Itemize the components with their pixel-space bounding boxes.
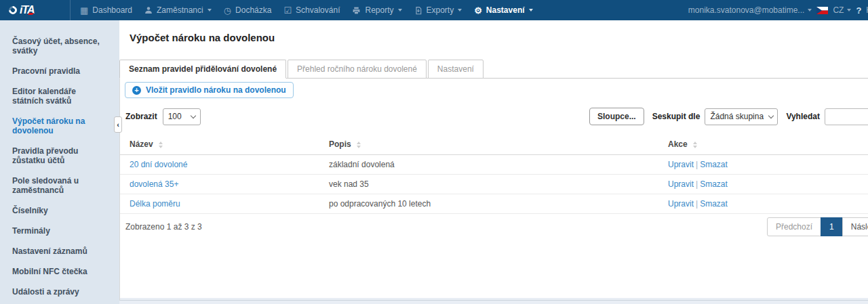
czech-flag-icon[interactable]: [816, 7, 828, 14]
edit-link[interactable]: Upravit: [668, 160, 694, 169]
previous-page-button[interactable]: Předchozí: [767, 217, 821, 236]
nav-item-nastaveni[interactable]: ⚙ Nastavení: [468, 0, 538, 20]
header-akce[interactable]: Akce: [663, 134, 868, 155]
sidebar-item-pravidla-prevodu[interactable]: Pravidla převodu zůstatku účtů: [0, 141, 119, 171]
page-length-value: 100: [168, 112, 182, 121]
language-selector[interactable]: CZ: [833, 5, 851, 15]
table-info: Zobrazeno 1 až 3 z 3: [125, 222, 202, 232]
sidebar-item-pracovni-pravidla[interactable]: Pracovní pravidla: [0, 61, 119, 81]
search-input[interactable]: [825, 108, 868, 125]
chevron-down-icon: [768, 112, 774, 118]
check-square-icon: ☑: [283, 6, 292, 15]
table-footer: Zobrazeno 1 až 3 z 3 Předchozí 1 Následu…: [120, 217, 868, 236]
current-page-button[interactable]: 1: [821, 217, 843, 236]
body-row: Časový účet, absence, svátky Pracovní pr…: [0, 20, 868, 304]
chevron-down-icon: [529, 9, 533, 12]
app-logo[interactable]: iTA: [0, 0, 71, 20]
table-header-row: Název Popis Akce: [120, 134, 868, 155]
insert-rule-button[interactable]: + Vložit pravidlo nároku na dovolenou: [125, 82, 294, 98]
controls-right: Sloupce... Seskupit dle Žádná skupina Vy…: [589, 108, 868, 125]
printer-icon: [352, 6, 361, 15]
separator: |: [696, 160, 698, 169]
nav-item-zamestnanci[interactable]: Zaměstnanci: [138, 0, 218, 20]
rule-description: základní dovolená: [323, 155, 663, 175]
user-email-label: monika.svatonova@mobatime...: [688, 5, 805, 15]
tab-content-panel: ‹ + Vložit pravidlo nároku na dovolenou …: [119, 79, 868, 301]
delete-link[interactable]: Smazat: [700, 179, 728, 189]
main-nav: ▦ Dashboard Zaměstnanci ◷ Docházka ☑ Sch…: [74, 0, 539, 20]
sidebar-item-nastaveni-zaznamu[interactable]: Nastavení záznamů: [0, 241, 119, 261]
chevron-down-icon: [398, 9, 402, 12]
top-navbar: iTA ▦ Dashboard Zaměstnanci ◷ Docházka ☑: [0, 0, 868, 20]
plus-circle-icon: +: [132, 86, 141, 95]
chevron-down-icon: [208, 9, 212, 12]
header-popis[interactable]: Popis: [323, 134, 663, 155]
export-icon: [414, 6, 422, 15]
tab-prehled-naroku[interactable]: Přehled ročního nároku dovolené: [288, 60, 427, 79]
settings-sidebar: Časový účet, absence, svátky Pracovní pr…: [0, 20, 119, 304]
table-controls: Zobrazit 100 Sloupce... Seskupit dle Žád…: [120, 108, 868, 125]
sidebar-item-casovy-ucet[interactable]: Časový účet, absence, svátky: [0, 31, 119, 61]
chevron-down-icon: [808, 9, 812, 12]
rules-table: Název Popis Akce: [120, 134, 868, 214]
rule-description: po odpracovaných 10 letech: [323, 194, 663, 214]
group-by-value: Žádná skupina: [710, 112, 764, 121]
search-label: Vyhledat: [786, 112, 820, 121]
table-row: dovolená 35+ vek nad 35 Upravit|Smazat: [120, 175, 868, 194]
rule-description: vek nad 35: [323, 175, 663, 194]
tab-bar: Seznam pravidel přidělování dovolené Pře…: [119, 60, 868, 79]
edit-link[interactable]: Upravit: [668, 199, 694, 209]
language-label: CZ: [833, 5, 844, 15]
page-length-select[interactable]: 100: [163, 108, 201, 125]
nav-item-dashboard[interactable]: ▦ Dashboard: [74, 0, 138, 20]
navbar-right: monika.svatonova@mobatime... CZ ? H: [688, 5, 868, 16]
help-icon[interactable]: ?: [856, 5, 861, 16]
logo-ring-icon: [7, 5, 19, 16]
sort-icon[interactable]: [357, 142, 361, 148]
nav-item-dochazka[interactable]: ◷ Docházka: [218, 0, 278, 20]
sidebar-item-terminaly[interactable]: Terminály: [0, 221, 119, 241]
nav-item-exporty[interactable]: Exporty: [408, 0, 469, 20]
chevron-down-icon: [458, 9, 462, 12]
sidebar-item-pole-sledovana[interactable]: Pole sledovaná u zaměstnanců: [0, 171, 119, 200]
next-page-button[interactable]: Následující: [842, 217, 868, 236]
gear-icon: ⚙: [474, 6, 482, 15]
sort-icon[interactable]: [693, 142, 697, 148]
tab-seznam-pravidel[interactable]: Seznam pravidel přidělování dovolené: [119, 60, 286, 79]
sidebar-item-udalosti-zpravy[interactable]: Události a zprávy: [0, 282, 119, 302]
rule-name-link[interactable]: Délka poměru: [130, 199, 180, 209]
main-area: Výpočet nároku na dovolenou Seznam pravi…: [119, 20, 868, 304]
nav-item-reporty[interactable]: Reporty: [346, 0, 408, 20]
delete-link[interactable]: Smazat: [700, 199, 728, 209]
header-nazev[interactable]: Název: [120, 134, 323, 155]
separator: |: [696, 199, 698, 209]
app-window: iTA ▦ Dashboard Zaměstnanci ◷ Docházka ☑: [0, 0, 868, 304]
clock-icon: ◷: [224, 6, 231, 15]
page-title: Výpočet nároku na dovolenou: [119, 20, 868, 43]
sidebar-item-editor-kalendare[interactable]: Editor kalendáře státních svátků: [0, 81, 119, 111]
sidebar-item-vypocet-naroku[interactable]: Výpočet nároku na dovolenou: [0, 111, 119, 141]
rule-name-link[interactable]: 20 dní dovoloné: [130, 160, 187, 169]
chevron-down-icon: [190, 112, 195, 118]
logo-red-accent: [28, 13, 34, 15]
sort-icon[interactable]: [159, 142, 163, 148]
table-row: 20 dní dovoloné základní dovolená Upravi…: [120, 155, 868, 175]
sidebar-item-mobilni-nfc[interactable]: Mobilní NFC čtečka: [0, 261, 119, 282]
rule-name-link[interactable]: dovolená 35+: [130, 179, 178, 189]
user-menu[interactable]: monika.svatonova@mobatime...: [688, 5, 812, 15]
separator: |: [696, 179, 698, 189]
content-panel: Výpočet nároku na dovolenou Seznam pravi…: [119, 20, 868, 298]
group-by-select[interactable]: Žádná skupina: [705, 108, 778, 125]
edit-link[interactable]: Upravit: [668, 179, 694, 189]
dashboard-grid-icon: ▦: [80, 6, 88, 15]
tab-nastaveni[interactable]: Nastavení: [428, 60, 484, 79]
show-label: Zobrazit: [125, 112, 157, 121]
sidebar-item-ciselniky[interactable]: Číselníky: [0, 200, 119, 221]
delete-link[interactable]: Smazat: [700, 160, 728, 169]
columns-button[interactable]: Sloupce...: [589, 108, 644, 125]
person-icon: [144, 6, 153, 14]
group-by-label: Seskupit dle: [652, 112, 701, 121]
nav-item-schvalovani[interactable]: ☑ Schvalování: [277, 0, 346, 20]
table-row: Délka poměru po odpracovaných 10 letech …: [120, 194, 868, 214]
pagination: Předchozí 1 Následující: [767, 217, 868, 236]
